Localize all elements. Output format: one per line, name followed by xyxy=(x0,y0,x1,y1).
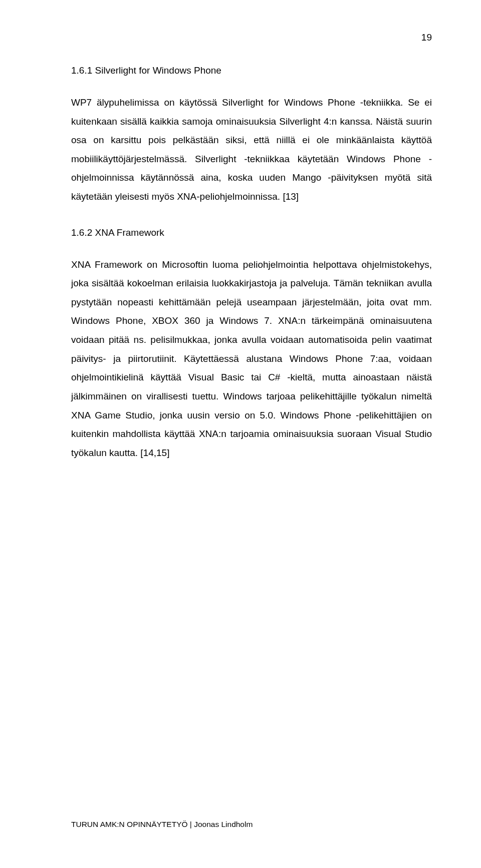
section-paragraph-1-6-2: XNA Framework on Microsoftin luoma pelio… xyxy=(71,255,432,463)
section-heading-1-6-1: 1.6.1 Silverlight for Windows Phone xyxy=(71,65,432,76)
footer-text: TURUN AMK:N OPINNÄYTETYÖ | Joonas Lindho… xyxy=(71,820,253,829)
section-paragraph-1-6-1: WP7 älypuhelimissa on käytössä Silverlig… xyxy=(71,93,432,206)
page-number: 19 xyxy=(421,32,432,43)
page-content: 1.6.1 Silverlight for Windows Phone WP7 … xyxy=(71,65,432,462)
page: 19 1.6.1 Silverlight for Windows Phone W… xyxy=(0,0,481,868)
section-heading-1-6-2: 1.6.2 XNA Framework xyxy=(71,227,432,238)
